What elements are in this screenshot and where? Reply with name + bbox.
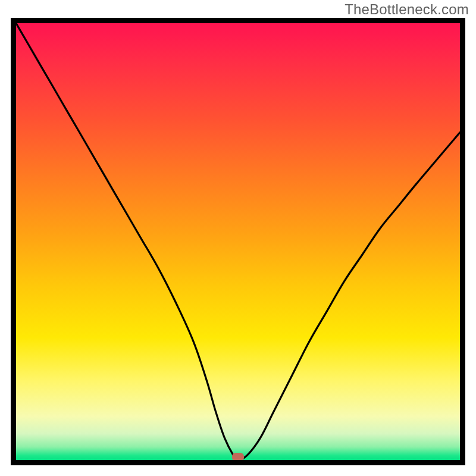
bottleneck-curve [16,23,460,460]
curve-layer [16,23,460,460]
minimum-marker [232,453,244,460]
chart-stage: TheBottleneck.com [0,0,476,476]
plot-frame [11,18,465,465]
watermark-text: TheBottleneck.com [345,1,469,18]
